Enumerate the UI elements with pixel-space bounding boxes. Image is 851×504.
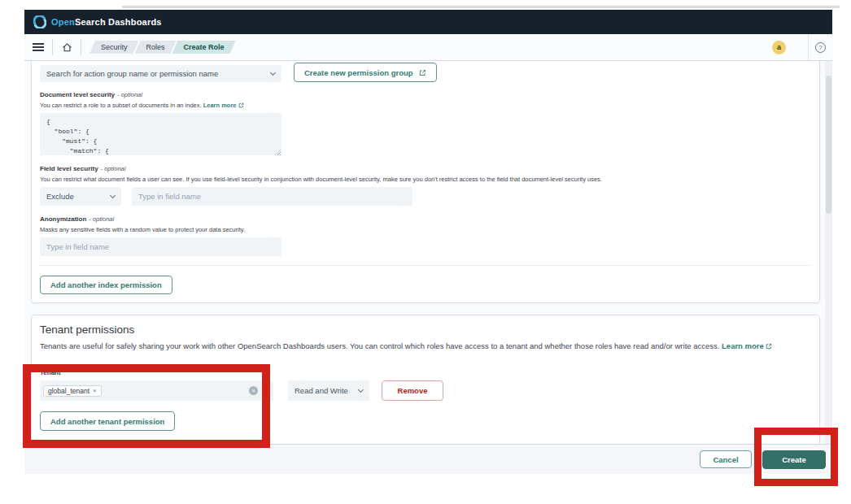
chevron-down-icon [270,70,276,76]
divider [40,265,811,266]
fls-field-input[interactable] [132,187,412,206]
hamburger-icon [33,43,44,51]
app-header: OpenSearch Dashboards [24,10,832,34]
create-permission-group-label: Create new permission group [304,68,413,77]
page: OpenSearch Dashboards Security Roles Cre… [0,0,851,504]
dls-label: Document level security- optional [40,91,142,98]
anonymization-field-input[interactable] [40,237,281,256]
help-icon: ? [815,42,826,53]
permission-search-select-value: Search for action group name or permissi… [46,69,218,78]
app-title-open: Open [51,17,75,27]
create-permission-group-button[interactable]: Create new permission group [294,63,437,82]
chevron-down-icon [110,193,116,198]
clear-selection-icon[interactable]: × [249,386,258,395]
breadcrumb-bar: Security Roles Create Role a ? [24,34,832,61]
app-title: OpenSearch Dashboards [51,17,162,27]
breadcrumb-roles[interactable]: Roles [135,41,177,54]
home-button[interactable] [53,34,81,60]
tenant-label: Tenant [40,369,61,376]
fls-mode-select[interactable]: Exclude [40,187,121,206]
create-button[interactable]: Create [762,450,826,469]
tenant-access-select-value: Read and Write [295,386,348,395]
permission-search-select[interactable]: Search for action group name or permissi… [40,65,281,82]
dls-optional: - optional [117,91,142,98]
fls-optional: - optional [101,165,126,172]
window-edge-strip [122,6,840,8]
dls-learn-more-link[interactable]: Learn more [203,102,237,109]
dls-query-textarea[interactable]: { "bool": { "must": { "match": { [40,113,281,155]
remove-tenant-button[interactable]: Remove [382,380,443,401]
tenant-combobox[interactable]: global_tenant × × [40,380,273,401]
index-permissions-panel: Search for action group name or permissi… [31,61,820,303]
fls-label: Field level security- optional [40,165,125,172]
tenant-access-select[interactable]: Read and Write [288,380,369,401]
add-index-permission-label: Add another index permission [50,280,162,289]
popout-icon [238,102,244,108]
fls-mode-select-value: Exclude [46,192,74,201]
opensearch-logo: OpenSearch Dashboards [33,15,162,28]
scrollbar[interactable] [825,61,832,444]
tenant-tag-remove-icon[interactable]: × [93,387,97,394]
form-footer: Cancel Create [24,444,832,474]
divider [81,39,81,55]
menu-button[interactable] [24,34,52,60]
breadcrumb-security[interactable]: Security [89,41,139,54]
chevron-down-icon [358,387,364,393]
opensearch-logo-icon [33,15,46,28]
tenant-tag[interactable]: global_tenant × [43,385,102,397]
add-tenant-permission-button[interactable]: Add another tenant permission [40,411,175,431]
breadcrumb: Security Roles Create Role [89,41,236,54]
help-button[interactable]: ? [808,34,832,60]
tenant-learn-more-link[interactable]: Learn more [722,341,764,350]
scrollbar-thumb[interactable] [826,76,831,214]
tenant-panel-title: Tenant permissions [40,324,134,336]
anonymization-description: Masks any sensitive fields with a random… [40,226,245,233]
tenant-tag-label: global_tenant [48,387,89,395]
cancel-button[interactable]: Cancel [700,450,752,468]
popout-icon [766,343,772,350]
add-tenant-permission-label: Add another tenant permission [50,417,164,426]
fls-title: Field level security [40,165,98,172]
dls-description: You can restrict a role to a subset of d… [40,102,244,109]
chevron-down-icon [263,388,268,393]
avatar[interactable]: a [772,41,786,54]
anonymization-optional: - optional [89,215,114,223]
dls-title: Document level security [40,91,115,98]
opensearch-app-window: OpenSearch Dashboards Security Roles Cre… [24,10,832,474]
add-index-permission-button[interactable]: Add another index permission [40,276,172,294]
breadcrumb-create-role[interactable]: Create Role [172,41,236,54]
home-icon [62,42,72,53]
anonymization-label: Anonymization- optional [40,215,114,223]
fls-description: You can restrict what document fields a … [40,176,602,183]
anonymization-title: Anonymization [40,215,86,223]
tenant-panel-description: Tenants are useful for safely sharing yo… [40,341,796,351]
content-area: Search for action group name or permissi… [24,61,832,444]
tenant-permissions-panel: Tenant permissions Tenants are useful fo… [31,315,820,444]
popout-icon [419,69,426,76]
app-title-rest: Search Dashboards [75,17,162,27]
